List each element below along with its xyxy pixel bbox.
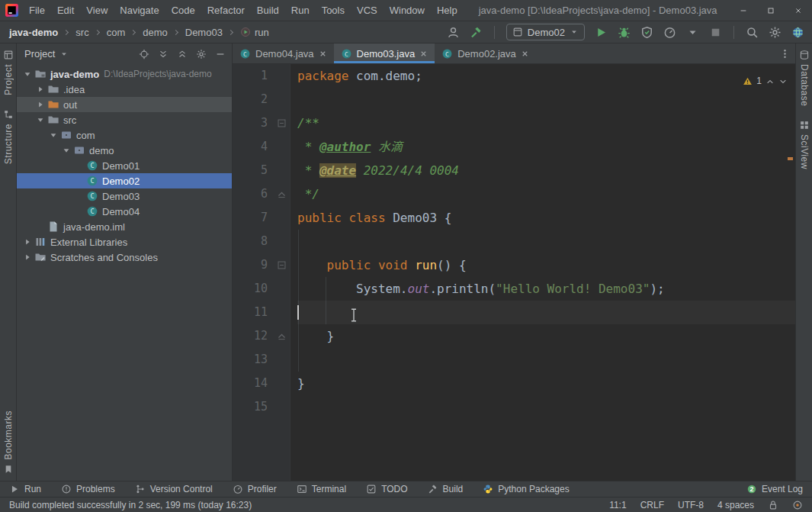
menu-view[interactable]: View — [80, 3, 114, 18]
expand-all-icon[interactable] — [158, 49, 168, 60]
file-encoding[interactable]: UTF-8 — [678, 500, 704, 510]
menu-navigate[interactable]: Navigate — [114, 3, 165, 18]
tool-window-button-todo[interactable]: TODO — [366, 484, 407, 494]
project-panel-title[interactable]: Project — [24, 48, 55, 60]
tool-window-button-problems[interactable]: Problems — [61, 484, 115, 494]
tree-node-demo01[interactable]: CDemo01 — [17, 158, 232, 173]
breadcrumb-item-run[interactable]: run — [239, 26, 271, 39]
tree-node-demo02[interactable]: CDemo02 — [17, 173, 232, 188]
code-line[interactable]: */ — [297, 182, 795, 206]
tool-button-project[interactable]: Project — [3, 50, 14, 95]
fold-end-icon[interactable] — [275, 188, 288, 200]
code-line[interactable] — [297, 230, 795, 253]
tool-window-button-event-log[interactable]: 2Event Log — [746, 484, 803, 494]
menu-tools[interactable]: Tools — [316, 3, 351, 18]
tool-button-database[interactable]: Database — [799, 50, 810, 106]
close-window-button[interactable] — [785, 0, 812, 21]
menu-vcs[interactable]: VCS — [351, 3, 384, 18]
caret-down-icon[interactable] — [686, 26, 699, 39]
user-icon[interactable] — [447, 26, 460, 39]
tool-window-button-version-control[interactable]: Version Control — [135, 484, 213, 494]
caret-down-icon[interactable] — [59, 50, 69, 59]
run-icon[interactable] — [595, 26, 608, 39]
coverage-icon[interactable] — [640, 26, 653, 39]
code-line[interactable] — [297, 348, 795, 372]
code-line[interactable]: package com.demo; — [297, 64, 795, 88]
ide-globe-icon[interactable] — [791, 26, 804, 39]
search-icon[interactable] — [746, 26, 759, 39]
tree-node-demo03[interactable]: CDemo03 — [17, 188, 232, 204]
code-line[interactable]: /** — [297, 111, 795, 135]
settings-icon[interactable] — [196, 49, 207, 60]
indent-style[interactable]: 4 spaces — [717, 500, 754, 510]
code-area[interactable]: package com.demo;/** * @author 水滴 * @dat… — [290, 64, 795, 481]
menu-code[interactable]: Code — [165, 3, 201, 18]
menu-run[interactable]: Run — [285, 3, 316, 18]
tree-node-java-demo-iml[interactable]: java-demo.iml — [17, 219, 232, 234]
tree-node-src[interactable]: src — [17, 112, 232, 127]
fold-open-icon[interactable] — [275, 118, 288, 129]
code-line[interactable] — [297, 395, 795, 419]
chevron-down-icon[interactable] — [47, 130, 59, 140]
locate-icon[interactable] — [139, 49, 149, 60]
fold-open-icon[interactable] — [275, 259, 288, 271]
tree-node-demo[interactable]: demo — [17, 143, 232, 158]
close-icon[interactable] — [319, 50, 327, 58]
close-icon[interactable] — [521, 50, 529, 58]
tool-window-button-build[interactable]: Build — [428, 484, 464, 494]
chevron-down-icon[interactable] — [60, 146, 72, 155]
chevron-right-icon[interactable] — [21, 253, 33, 262]
tool-button-bookmarks[interactable]: Bookmarks — [3, 411, 14, 475]
breadcrumb-item-com[interactable]: com — [105, 26, 127, 39]
editor[interactable]: 123456789101112131415 package com.demo;/… — [233, 64, 795, 481]
collapse-all-icon[interactable] — [177, 49, 188, 60]
chevron-down-icon[interactable] — [21, 69, 33, 79]
tab-demo02-java[interactable]: CDemo02.java — [435, 43, 536, 63]
chevron-down-icon[interactable] — [34, 115, 46, 124]
close-icon[interactable] — [419, 50, 428, 58]
tool-button-structure[interactable]: Structure — [3, 109, 14, 164]
breadcrumb-item-java-demo[interactable]: java-demo — [8, 26, 59, 39]
profiler-icon[interactable] — [663, 26, 676, 39]
tool-window-button-profiler[interactable]: Profiler — [233, 484, 277, 494]
run-config-select[interactable]: Demo02 — [506, 24, 585, 40]
maximize-button[interactable] — [757, 0, 785, 21]
debug-icon[interactable] — [618, 26, 631, 39]
hide-icon[interactable] — [215, 49, 226, 60]
code-line[interactable]: public void run() { — [297, 253, 795, 277]
chevron-right-icon[interactable] — [21, 237, 33, 246]
code-line[interactable]: * @date 2022/4/4 0004 — [297, 159, 795, 182]
fold-end-icon[interactable] — [275, 330, 288, 342]
code-line[interactable]: } — [297, 372, 795, 395]
code-line[interactable] — [297, 301, 795, 324]
menu-window[interactable]: Window — [384, 3, 431, 18]
code-line[interactable]: } — [297, 324, 795, 348]
next-warning-icon[interactable] — [778, 77, 788, 86]
more-vertical-icon[interactable] — [779, 48, 791, 60]
code-line[interactable] — [297, 88, 795, 111]
breadcrumb-item-src[interactable]: src — [74, 26, 90, 39]
code-line[interactable]: * @author 水滴 — [297, 135, 795, 159]
status-message[interactable]: Build completed successfully in 2 sec, 1… — [9, 500, 252, 510]
menu-help[interactable]: Help — [431, 3, 464, 18]
gutter[interactable]: 123456789101112131415 — [233, 64, 290, 481]
error-stripe-mark[interactable] — [788, 157, 793, 160]
tree-node-java-demo[interactable]: java-demoD:\IdeaProjects\java-demo — [17, 66, 232, 82]
stop-icon[interactable] — [709, 26, 722, 39]
code-line[interactable]: public class Demo03 { — [297, 206, 795, 230]
tool-window-button-terminal[interactable]: Terminal — [297, 484, 346, 494]
menu-refactor[interactable]: Refactor — [201, 3, 251, 18]
inspection-widget[interactable]: 1 — [743, 69, 788, 93]
settings-icon[interactable] — [769, 26, 782, 39]
tree-node-idea[interactable]: .idea — [17, 82, 232, 97]
chevron-right-icon[interactable] — [34, 85, 46, 94]
prev-warning-icon[interactable] — [765, 77, 775, 86]
lock-icon[interactable] — [768, 500, 778, 510]
tree-node-scratches-and-consoles[interactable]: Scratches and Consoles — [17, 250, 232, 265]
tab-demo04-java[interactable]: CDemo04.java — [233, 43, 334, 63]
code-line[interactable]: System.out.println("Hello World! Demo03"… — [297, 277, 795, 301]
caret-position[interactable]: 11:1 — [609, 500, 626, 510]
tree-node-com[interactable]: com — [17, 127, 232, 143]
tab-demo03-java[interactable]: CDemo03.java — [334, 43, 435, 63]
tool-window-button-python-packages[interactable]: Python Packages — [483, 484, 569, 494]
